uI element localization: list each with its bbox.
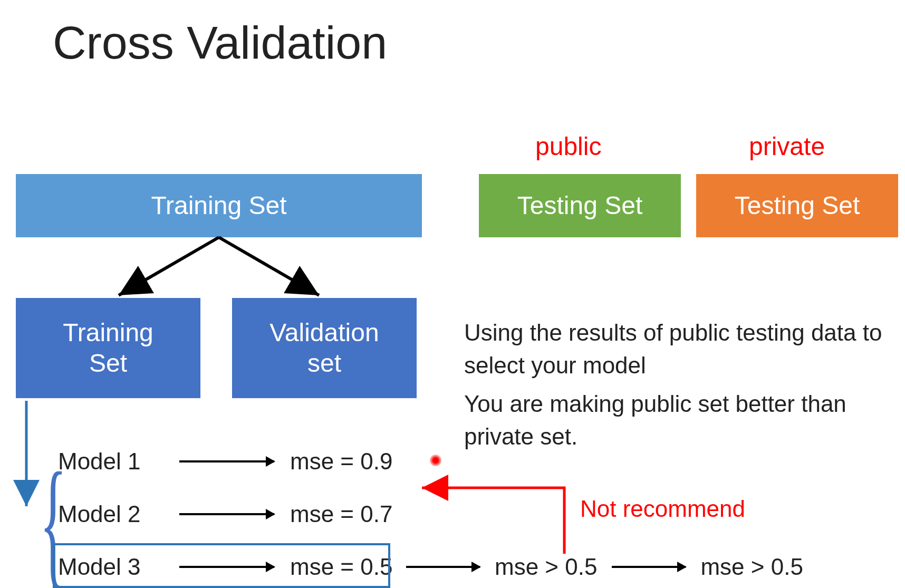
arrow-right-icon	[179, 460, 274, 462]
testing-set-private-box: Testing Set	[696, 174, 898, 237]
arrow-right-icon	[406, 566, 480, 568]
validation-set-box: Validationset	[232, 298, 417, 398]
mse-chain: mse > 0.5 mse > 0.5	[406, 554, 803, 580]
chain-mse-2: mse > 0.5	[700, 554, 803, 580]
explanation-line-2: You are making public set better than pr…	[464, 388, 891, 452]
model-2-label: Model 2	[58, 501, 163, 527]
svg-line-0	[119, 237, 219, 295]
slide-title: Cross Validation	[53, 16, 387, 70]
private-label: private	[749, 132, 825, 161]
svg-line-1	[219, 237, 319, 295]
model-1-mse: mse = 0.9	[290, 448, 417, 475]
public-label: public	[535, 132, 601, 161]
model-row-1: Model 1 mse = 0.9	[58, 448, 417, 475]
model-1-label: Model 1	[58, 448, 163, 475]
explanation-text: Using the results of public testing data…	[464, 316, 891, 452]
training-set-sub-box: TrainingSet	[16, 298, 200, 398]
arrow-right-icon	[612, 566, 686, 568]
explanation-line-1: Using the results of public testing data…	[464, 316, 891, 381]
not-recommend-label: Not recommend	[580, 496, 745, 522]
testing-set-public-box: Testing Set	[479, 174, 681, 237]
arrow-right-icon	[179, 513, 274, 515]
model-2-mse: mse = 0.7	[290, 501, 417, 527]
chain-mse-1: mse > 0.5	[495, 554, 597, 580]
training-set-main-box: Training Set	[16, 174, 422, 237]
model-row-2: Model 2 mse = 0.7	[58, 501, 417, 527]
connector-arrows	[0, 0, 905, 588]
laser-pointer-icon	[430, 455, 441, 466]
model-3-highlight-box	[53, 543, 390, 588]
